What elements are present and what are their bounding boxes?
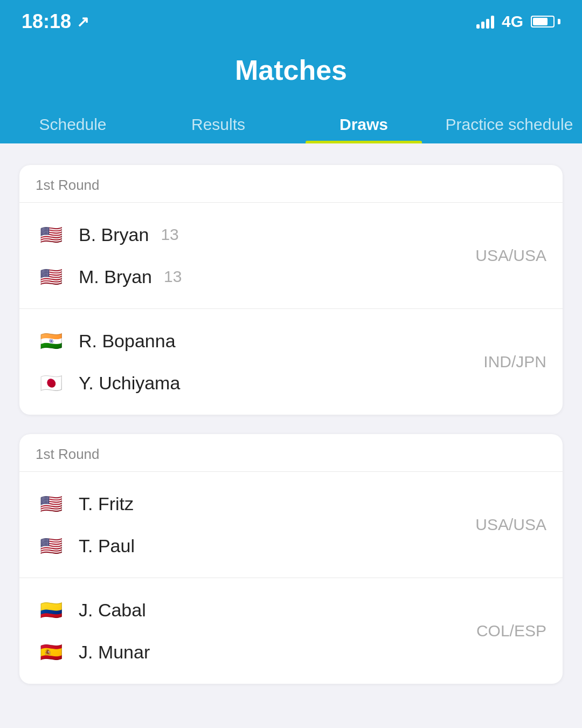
page-title: Matches [0, 54, 582, 102]
player-name-5: T. Fritz [79, 493, 134, 514]
time-display: 18:18 [22, 10, 71, 33]
flag-ind: 🇮🇳 [36, 325, 67, 356]
flag-usa-2: 🇺🇸 [36, 261, 67, 292]
match-nationality-2: IND/JPN [483, 353, 546, 371]
match-card-2: 1st Round 🇺🇸 T. Fritz 🇺🇸 T. Paul USA/USA [19, 434, 563, 684]
player-row-1: 🇺🇸 B. Bryan 13 [36, 219, 182, 250]
player-row-7: 🇨🇴 J. Cabal [36, 594, 162, 626]
status-icons: 4G [476, 12, 560, 31]
match-row-3[interactable]: 🇺🇸 T. Fritz 🇺🇸 T. Paul USA/USA [19, 472, 563, 578]
network-label: 4G [502, 12, 523, 31]
round-label-1: 1st Round [19, 165, 563, 203]
content-area: 1st Round 🇺🇸 B. Bryan 13 🇺🇸 M. Bryan 13 … [0, 143, 582, 725]
signal-bars [476, 15, 494, 29]
flag-usa-4: 🇺🇸 [36, 530, 67, 561]
player-row-2: 🇺🇸 M. Bryan 13 [36, 261, 182, 292]
player-row-4: 🇯🇵 Y. Uchiyama [36, 367, 192, 399]
tab-draws[interactable]: Draws [291, 102, 436, 143]
team-info-1: 🇺🇸 B. Bryan 13 🇺🇸 M. Bryan 13 [36, 219, 182, 292]
player-row-6: 🇺🇸 T. Paul [36, 530, 147, 561]
team-info-2: 🇮🇳 R. Bopanna 🇯🇵 Y. Uchiyama [36, 325, 192, 399]
team-info-3: 🇺🇸 T. Fritz 🇺🇸 T. Paul [36, 488, 147, 561]
tab-schedule[interactable]: Schedule [0, 102, 146, 143]
player-seed-2: 13 [164, 267, 182, 286]
player-row-8: 🇪🇸 J. Munar [36, 636, 162, 668]
tab-results[interactable]: Results [146, 102, 291, 143]
match-row-1[interactable]: 🇺🇸 B. Bryan 13 🇺🇸 M. Bryan 13 USA/USA [19, 203, 563, 309]
player-row-3: 🇮🇳 R. Bopanna [36, 325, 192, 356]
round-label-2: 1st Round [19, 434, 563, 472]
match-nationality-4: COL/ESP [476, 622, 546, 640]
player-name-4: Y. Uchiyama [79, 373, 180, 394]
player-name-3: R. Bopanna [79, 331, 176, 352]
match-nationality-3: USA/USA [475, 516, 546, 534]
header: Matches Schedule Results Draws Practice … [0, 43, 582, 143]
status-time: 18:18 ↗ [22, 10, 89, 33]
flag-esp: 🇪🇸 [36, 636, 67, 668]
player-row-5: 🇺🇸 T. Fritz [36, 488, 147, 519]
flag-jpn: 🇯🇵 [36, 367, 67, 399]
team-info-4: 🇨🇴 J. Cabal 🇪🇸 J. Munar [36, 594, 162, 668]
match-row-2[interactable]: 🇮🇳 R. Bopanna 🇯🇵 Y. Uchiyama IND/JPN [19, 309, 563, 415]
tab-bar: Schedule Results Draws Practice schedule [0, 102, 582, 143]
player-name-8: J. Munar [79, 642, 150, 663]
player-name-2: M. Bryan [79, 266, 152, 287]
battery-icon [531, 16, 560, 28]
match-row-4[interactable]: 🇨🇴 J. Cabal 🇪🇸 J. Munar COL/ESP [19, 578, 563, 684]
player-name-6: T. Paul [79, 535, 135, 557]
match-card-1: 1st Round 🇺🇸 B. Bryan 13 🇺🇸 M. Bryan 13 … [19, 165, 563, 415]
player-name-7: J. Cabal [79, 600, 146, 621]
flag-usa-3: 🇺🇸 [36, 488, 67, 519]
player-seed-1: 13 [161, 225, 178, 244]
match-nationality-1: USA/USA [475, 246, 546, 265]
flag-col: 🇨🇴 [36, 594, 67, 626]
player-name-1: B. Bryan [79, 224, 149, 245]
flag-usa-1: 🇺🇸 [36, 219, 67, 250]
tab-practice-schedule[interactable]: Practice schedule [436, 102, 582, 143]
status-bar: 18:18 ↗ 4G [0, 0, 582, 43]
location-icon: ↗ [77, 13, 89, 31]
